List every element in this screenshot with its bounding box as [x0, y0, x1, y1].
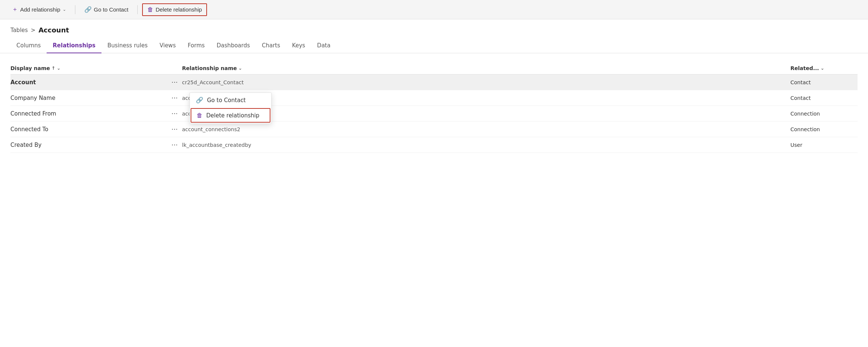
cell-display-name: Connected To [10, 126, 167, 133]
cell-rel-name: cr25d_Account_Contact [182, 79, 790, 85]
sort-icons-rel-name[interactable]: ⌄ [238, 66, 242, 71]
go-to-contact-button[interactable]: 🔗 Go to Contact [80, 4, 133, 15]
toolbar: ＋ Add relationship ⌄ 🔗 Go to Contact 🗑 D… [0, 0, 868, 19]
context-delete-relationship[interactable]: 🗑 Delete relationship [191, 108, 270, 123]
cell-rel-name: lk_accountbase_createdby [182, 142, 790, 148]
breadcrumb-separator: > [31, 27, 36, 34]
sort-icons-related[interactable]: ⌄ [821, 66, 824, 71]
context-go-to-contact[interactable]: 🔗 Go to Contact [190, 93, 271, 107]
cell-related: Connection [790, 126, 858, 132]
breadcrumb-tables-link[interactable]: Tables [10, 27, 28, 34]
context-delete-relationship-label: Delete relationship [206, 112, 259, 119]
cell-related: Contact [790, 79, 858, 85]
tab-views[interactable]: Views [154, 38, 182, 53]
tab-dashboards[interactable]: Dashboards [211, 38, 256, 53]
cell-display-name: Company Name [10, 95, 167, 101]
row-actions-button[interactable]: ··· [167, 78, 182, 86]
row-actions-button[interactable]: ··· [167, 125, 182, 133]
delete-relationship-label: Delete relationship [156, 6, 202, 13]
table-header: Display name ↑ ⌄ Relationship name ⌄ Rel… [10, 62, 858, 75]
tab-columns[interactable]: Columns [10, 38, 47, 53]
tab-relationships[interactable]: Relationships [47, 38, 101, 53]
trash-icon: 🗑 [147, 6, 153, 13]
col-header-related: Related... ⌄ [790, 65, 858, 71]
breadcrumb-current: Account [38, 26, 69, 34]
tab-charts[interactable]: Charts [256, 38, 286, 53]
cell-rel-name: account_connections1 [182, 111, 790, 117]
table-row[interactable]: Connected From ··· account_connections1 … [10, 106, 858, 122]
breadcrumb: Tables > Account [0, 19, 868, 34]
col-header-display-name: Display name ↑ ⌄ [10, 65, 167, 71]
chevron-down-icon: ⌄ [63, 7, 66, 12]
add-relationship-label: Add relationship [20, 6, 60, 13]
sort-icons-display-name[interactable]: ↑ ⌄ [51, 66, 60, 71]
row-actions-button[interactable]: ··· [167, 110, 182, 117]
table-row[interactable]: Company Name ··· account_accounts Contac… [10, 90, 858, 106]
context-menu: 🔗 Go to Contact 🗑 Delete relationship [189, 92, 272, 124]
go-to-contact-label: Go to Contact [94, 6, 129, 13]
add-relationship-button[interactable]: ＋ Add relationship ⌄ [7, 3, 70, 16]
cell-display-name: Created By [10, 142, 167, 148]
tab-data[interactable]: Data [311, 38, 336, 53]
link-icon: 🔗 [84, 6, 92, 13]
cell-display-name: Account [10, 79, 167, 86]
tab-forms[interactable]: Forms [182, 38, 211, 53]
trash-icon: 🗑 [197, 112, 203, 119]
tab-business-rules[interactable]: Business rules [101, 38, 154, 53]
context-go-to-contact-label: Go to Contact [207, 97, 246, 104]
cell-related: Contact [790, 95, 858, 101]
table-row[interactable]: Created By ··· lk_accountbase_createdby … [10, 137, 858, 153]
row-actions-button[interactable]: ··· [167, 94, 182, 102]
cell-related: Connection [790, 111, 858, 117]
main-content: Display name ↑ ⌄ Relationship name ⌄ Rel… [0, 53, 868, 162]
table-row[interactable]: Account ··· cr25d_Account_Contact Contac… [10, 75, 858, 90]
plus-icon: ＋ [12, 6, 18, 13]
cell-display-name: Connected From [10, 110, 167, 117]
table-row[interactable]: Connected To ··· account_connections2 Co… [10, 122, 858, 137]
col-header-rel-name: Relationship name ⌄ [182, 65, 790, 71]
toolbar-separator [75, 5, 75, 14]
toolbar-separator-2 [137, 5, 138, 14]
tab-keys[interactable]: Keys [286, 38, 311, 53]
delete-relationship-button[interactable]: 🗑 Delete relationship [142, 3, 207, 16]
cell-related: User [790, 142, 858, 148]
cell-rel-name: account_connections2 [182, 126, 790, 132]
link-icon: 🔗 [196, 97, 203, 104]
cell-rel-name: account_accounts [182, 95, 790, 101]
row-actions-button[interactable]: ··· [167, 141, 182, 149]
tabs-nav: Columns Relationships Business rules Vie… [0, 34, 868, 53]
